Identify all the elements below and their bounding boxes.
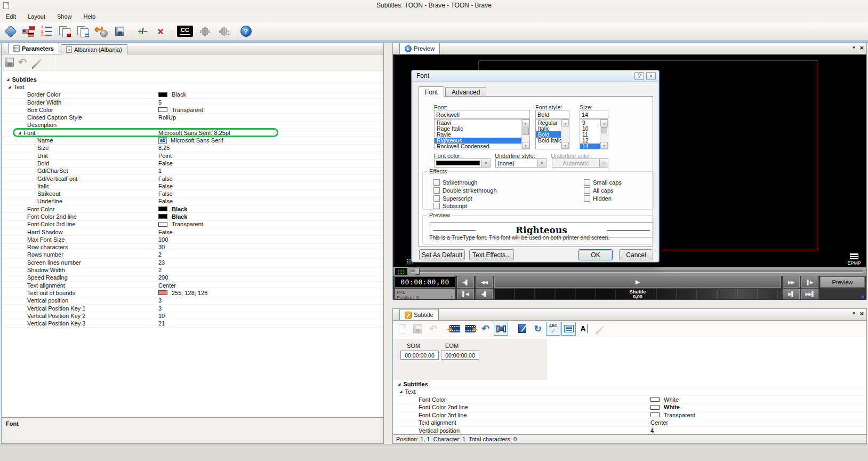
go-to-start-button[interactable]: ▌◀ [457, 289, 474, 299]
dialog-close-icon[interactable]: × [646, 72, 656, 80]
font-name-input[interactable]: Rockwell [434, 110, 530, 119]
timecode-display-icon[interactable] [395, 268, 407, 275]
property-row[interactable]: Hard Shadow False [2, 228, 383, 236]
save-icon[interactable] [111, 23, 128, 39]
font-list-item[interactable]: Ravie [435, 131, 521, 137]
next-frame-button[interactable]: ▶▌ [783, 289, 800, 299]
set-default-button[interactable]: Set As Default [419, 249, 465, 260]
size-list-scrollbar[interactable]: ▲▼ [600, 120, 608, 149]
expander-icon[interactable]: ◢ [18, 131, 21, 135]
property-row[interactable]: Rows number 2 [2, 251, 383, 259]
video-import-icon[interactable]: ▶ [463, 322, 477, 336]
wand-icon[interactable] [592, 322, 607, 336]
spellcheck-icon[interactable]: ABC✓ [546, 322, 560, 336]
font-style-input[interactable]: Bold [535, 110, 569, 119]
tab-parameters[interactable]: Parameters [8, 43, 59, 54]
shuttle-control[interactable]: Shuttle 0,00 [494, 289, 781, 299]
property-row[interactable]: Strikeout False [2, 190, 383, 197]
seek-thumb[interactable] [415, 268, 420, 275]
effect-checkbox[interactable]: Double strikethrough [433, 187, 497, 194]
effect-checkbox[interactable]: Small caps [584, 179, 622, 186]
copy-languages-icon[interactable] [57, 23, 74, 39]
property-row[interactable]: Text out of bounds 255; 128; 128 [2, 289, 383, 297]
size-list-item[interactable]: 14 [580, 144, 600, 149]
font-color-combo[interactable]: ▼ [434, 158, 491, 168]
property-row[interactable]: Screen lines number 23 [2, 259, 383, 266]
numbered-list-icon[interactable]: 1 2 3 [38, 23, 55, 39]
size-list-item[interactable]: 11 [580, 131, 600, 137]
style-list-item[interactable]: Bold [536, 131, 561, 137]
property-row[interactable]: Font Color 3rd line Transparent [2, 221, 383, 228]
effect-checkbox[interactable]: All caps [584, 187, 614, 194]
checkbox-box[interactable] [584, 179, 590, 186]
display-mode-icon[interactable] [494, 322, 508, 336]
menu-layout[interactable]: Layout [22, 12, 51, 21]
save-parameters-icon[interactable] [5, 58, 14, 67]
menu-help[interactable]: Help [78, 12, 102, 21]
eom-input[interactable] [441, 351, 479, 360]
size-input[interactable]: 14 [580, 110, 608, 119]
property-row[interactable]: Speed Reading 200 [2, 274, 383, 282]
property-row[interactable]: Underline False [2, 198, 383, 205]
previous-frame-button[interactable]: ◀▌ [476, 289, 493, 299]
property-row[interactable]: Max Font Size 100 [2, 236, 383, 243]
font-list-item[interactable]: Rage Italic [435, 125, 521, 131]
checkbox-box[interactable] [433, 187, 440, 194]
expander-icon[interactable]: ◢ [399, 390, 402, 394]
property-row[interactable]: Font Color Black [2, 205, 383, 213]
property-row[interactable]: Vertical Position Key 2 10 [2, 312, 383, 320]
expander-icon[interactable]: ◢ [8, 85, 11, 89]
tab-subtitle[interactable]: Subtitle [399, 309, 439, 320]
tab-albanian[interactable]: a Albanian (Albania) [61, 44, 127, 54]
property-row[interactable]: Vertical position 3 [2, 297, 383, 305]
collapse-panel-icon[interactable]: ▼ [851, 45, 856, 51]
property-row[interactable]: Bold False [2, 160, 383, 167]
new-subtitle-icon[interactable] [395, 322, 409, 336]
property-row[interactable]: Vertical Position Key 3 21 [2, 320, 383, 328]
tab-preview[interactable]: ▶ Preview [399, 43, 440, 54]
audio-level-icon[interactable] [196, 23, 213, 39]
revert-icon[interactable]: ↶ [478, 322, 493, 336]
property-row[interactable]: Vertical position 4 [393, 427, 866, 435]
checkbox-box[interactable] [584, 195, 590, 202]
menu-show[interactable]: Show [51, 12, 78, 21]
seek-track[interactable] [411, 271, 863, 273]
dialog-help-icon[interactable]: ? [634, 72, 644, 80]
property-row[interactable]: Font Color White [393, 396, 866, 404]
property-row[interactable]: Description [2, 122, 383, 129]
wand-icon[interactable] [31, 57, 42, 68]
underline-color-combo[interactable]: Automatic ▼ [552, 158, 608, 168]
preview-mode-button[interactable]: Preview [820, 276, 865, 288]
property-row[interactable]: Border Width 5 [2, 99, 383, 106]
property-row[interactable]: Name ab Microsoft Sans Serif [2, 137, 383, 144]
step-back-button[interactable]: ◀▌ [457, 276, 474, 288]
property-row[interactable]: Vertical Position Key 1 3 [2, 305, 383, 312]
text-effects-button[interactable]: Text Effects... [469, 249, 514, 260]
expander-icon[interactable]: ◢ [6, 77, 9, 82]
property-row[interactable]: ◢ Text [2, 83, 383, 91]
combo-arrow-icon[interactable]: ▼ [537, 159, 546, 167]
fast-forward-button[interactable]: ▶▶ [783, 276, 800, 288]
property-row[interactable]: Font Color 2nd line Black [2, 213, 383, 220]
edit-clipboard-icon[interactable] [515, 322, 529, 336]
property-row[interactable]: Size 8,25 [2, 145, 383, 152]
delete-icon[interactable]: × [152, 23, 169, 39]
property-row[interactable]: ◢ Text [393, 388, 866, 396]
cancel-button[interactable]: Cancel [619, 249, 653, 260]
som-input[interactable] [400, 351, 439, 360]
property-row[interactable]: Box Color Transparent [2, 106, 383, 114]
checkbox-box[interactable] [433, 179, 440, 186]
effect-checkbox[interactable]: Subscript [433, 203, 467, 209]
import-icon[interactable]: ↩ [93, 23, 110, 39]
combo-arrow-icon[interactable]: ▼ [481, 159, 490, 167]
font-list-item[interactable]: Rockwell Condensed [435, 144, 521, 149]
property-row[interactable]: GdiVerticalFont False [2, 175, 383, 182]
property-row[interactable]: Italic False [2, 182, 383, 190]
style-list-scrollbar[interactable]: ▲▼ [561, 120, 569, 149]
menu-edit[interactable]: Edit [0, 12, 22, 21]
property-row[interactable]: Font Color 3rd line Transparent [393, 411, 866, 419]
property-row[interactable]: ◢ Subtitles [393, 380, 866, 388]
font-list-item[interactable]: Righteous [435, 138, 521, 144]
help-icon[interactable]: ? [237, 23, 254, 39]
property-row[interactable]: ◢ Font Microsoft Sans Serif; 8,25pt [2, 129, 383, 137]
